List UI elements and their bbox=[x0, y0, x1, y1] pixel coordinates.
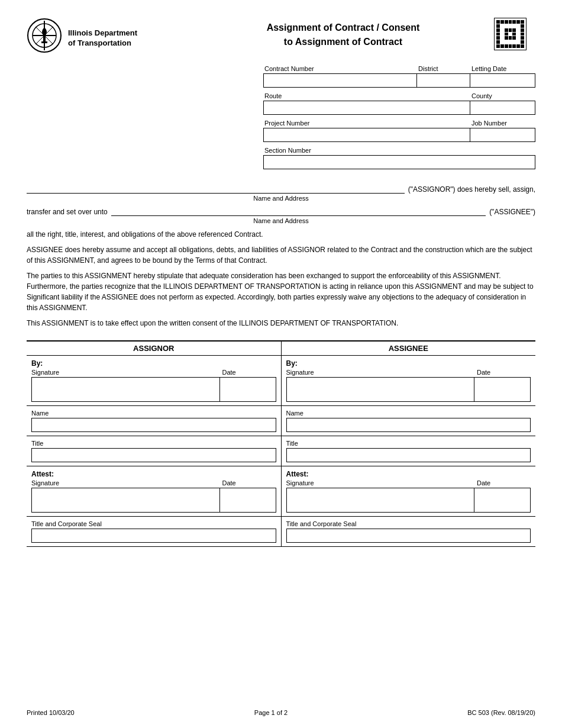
district-input[interactable] bbox=[417, 73, 470, 88]
document-title: Assignment of Contract / Consent to Assi… bbox=[192, 18, 494, 49]
paragraph-3: This ASSIGNMENT is to take effect upon t… bbox=[27, 318, 535, 328]
assignor-name-address-label: Name and Address bbox=[27, 195, 535, 202]
assignee-date-label-top: Date bbox=[474, 369, 531, 376]
qr-code bbox=[494, 18, 535, 59]
job-number-group: Job Number bbox=[470, 120, 535, 142]
footer-form-number: BC 503 (Rev. 08/19/20) bbox=[467, 709, 535, 716]
contract-number-label: Contract Number bbox=[263, 65, 417, 72]
signature-section: ASSIGNOR ASSIGNEE By: Signature Date By: bbox=[27, 340, 535, 547]
svg-rect-3 bbox=[41, 41, 47, 43]
assignor-suffix-text: ("ASSIGNOR") does hereby sell, assign, bbox=[408, 185, 535, 194]
assignor-signature-input[interactable] bbox=[31, 377, 220, 402]
project-number-label: Project Number bbox=[263, 120, 470, 127]
assignee-name-input[interactable] bbox=[286, 418, 531, 432]
assignor-underline bbox=[27, 183, 405, 194]
route-input[interactable] bbox=[263, 101, 470, 115]
assignor-signature-label: Signature bbox=[31, 369, 220, 376]
assignor-attest-date-label: Date bbox=[220, 479, 276, 487]
assignor-title-label: Title bbox=[31, 440, 276, 447]
assignee-attest-date-label: Date bbox=[474, 479, 531, 487]
assignor-title-input[interactable] bbox=[31, 448, 276, 462]
contract-number-input[interactable] bbox=[263, 73, 417, 88]
assignor-attest-date-input[interactable] bbox=[220, 488, 276, 513]
assignor-date-input[interactable] bbox=[220, 377, 276, 402]
logo-area: Illinois Department of Transportation bbox=[27, 18, 192, 59]
transfer-prefix-text: transfer and set over unto bbox=[27, 208, 108, 216]
contract-number-group: Contract Number bbox=[263, 65, 417, 88]
assignee-suffix-text: ("ASSIGNEE") bbox=[489, 208, 535, 216]
assignor-attest-label: Attest: bbox=[31, 470, 276, 478]
job-number-label: Job Number bbox=[470, 120, 535, 127]
all-right-text: all the right, title, interest, and obli… bbox=[27, 229, 535, 240]
section-number-label: Section Number bbox=[263, 147, 535, 154]
assignee-signature-label: Signature bbox=[286, 369, 475, 376]
county-label: County bbox=[470, 92, 535, 99]
project-number-input[interactable] bbox=[263, 128, 470, 142]
assignee-signature-input[interactable] bbox=[286, 377, 475, 402]
assignee-underline bbox=[111, 205, 486, 216]
logo-text: Illinois Department of Transportation bbox=[68, 28, 137, 49]
assignee-by-label: By: bbox=[286, 359, 531, 368]
footer: Printed 10/03/20 Page 1 of 2 BC 503 (Rev… bbox=[27, 709, 535, 716]
svg-rect-2 bbox=[43, 37, 46, 41]
assignee-title-input[interactable] bbox=[286, 448, 531, 462]
assignee-name-label: Name bbox=[286, 410, 531, 417]
route-group: Route bbox=[263, 92, 470, 115]
footer-page: Page 1 of 2 bbox=[254, 709, 288, 716]
letting-date-group: Letting Date bbox=[470, 65, 535, 88]
footer-printed: Printed 10/03/20 bbox=[27, 709, 75, 716]
job-number-input[interactable] bbox=[470, 128, 535, 142]
project-number-group: Project Number bbox=[263, 120, 470, 142]
assignee-corp-seal-input[interactable] bbox=[286, 529, 531, 543]
district-group: District bbox=[417, 65, 470, 88]
assignor-heading: ASSIGNOR bbox=[27, 342, 281, 355]
assignee-heading: ASSIGNEE bbox=[281, 342, 536, 355]
assignee-attest-sig-label: Signature bbox=[286, 479, 475, 487]
assignor-attest-sig-label: Signature bbox=[31, 479, 220, 487]
paragraph-1: ASSIGNEE does hereby assume and accept a… bbox=[27, 244, 535, 266]
assignee-date-input[interactable] bbox=[474, 377, 531, 402]
section-number-input[interactable] bbox=[263, 155, 535, 169]
form-fields-top: Contract Number District Letting Date Ro… bbox=[27, 65, 535, 174]
assignor-corp-seal-label: Title and Corporate Seal bbox=[31, 520, 276, 527]
paragraph-2: The parties to this ASSIGNMENT hereby st… bbox=[27, 270, 535, 313]
idot-logo-icon bbox=[27, 18, 62, 59]
assignee-name-address-label: Name and Address bbox=[27, 217, 535, 224]
assignee-title-label: Title bbox=[286, 440, 531, 447]
county-input[interactable] bbox=[470, 101, 535, 115]
assignee-attest-label: Attest: bbox=[286, 470, 531, 478]
section-number-group: Section Number bbox=[263, 147, 535, 169]
assignor-name-label: Name bbox=[31, 410, 276, 417]
letting-date-input[interactable] bbox=[470, 73, 535, 88]
district-label: District bbox=[417, 65, 470, 72]
letting-date-label: Letting Date bbox=[470, 65, 535, 72]
body-section: ("ASSIGNOR") does hereby sell, assign, N… bbox=[27, 183, 535, 328]
assignee-corp-seal-label: Title and Corporate Seal bbox=[286, 520, 531, 527]
assignee-attest-sig-input[interactable] bbox=[286, 488, 475, 513]
assignor-by-label: By: bbox=[31, 359, 276, 368]
assignor-attest-sig-input[interactable] bbox=[31, 488, 220, 513]
assignor-name-input[interactable] bbox=[31, 418, 276, 432]
county-group: County bbox=[470, 92, 535, 115]
assignor-corp-seal-input[interactable] bbox=[31, 529, 276, 543]
assignee-attest-date-input[interactable] bbox=[474, 488, 531, 513]
route-label: Route bbox=[263, 92, 470, 99]
assignor-date-label-top: Date bbox=[220, 369, 276, 376]
